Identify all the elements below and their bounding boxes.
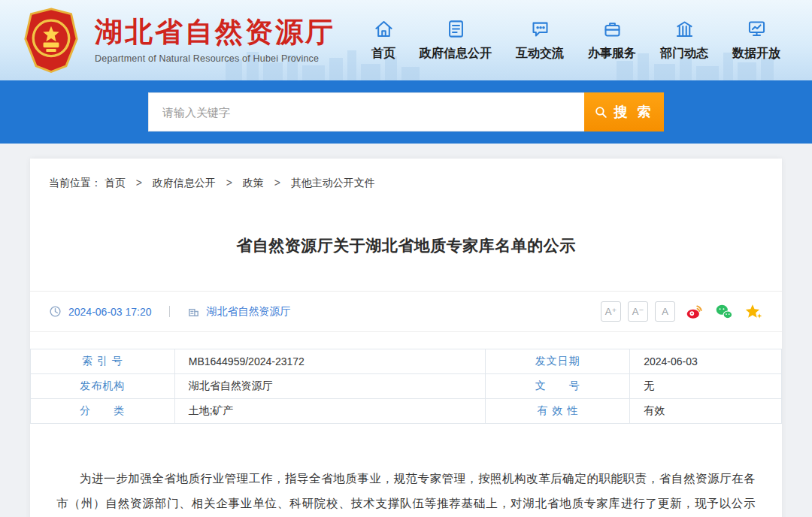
- meta-label-validity: 有 效 性: [486, 399, 630, 424]
- data-monitor-icon: [747, 19, 767, 39]
- clock-icon: [49, 305, 62, 318]
- content-card: 当前位置： 首页 > 政府信息公开 > 政策 > 其他主动公开文件 省自然资源厅…: [30, 159, 782, 517]
- breadcrumb-separator: >: [226, 177, 232, 189]
- search-input[interactable]: [148, 92, 584, 132]
- article-meta-tools: A⁺ A⁻ A: [601, 301, 763, 322]
- breadcrumb-item-home[interactable]: 首页: [105, 177, 126, 189]
- search-band: 搜 索: [0, 80, 812, 144]
- search-button-label: 搜 索: [614, 103, 653, 121]
- meta-value-issue-date: 2024-06-03: [630, 349, 782, 374]
- meta-label-issuer: 发布机构: [31, 374, 175, 399]
- breadcrumb-item-policy[interactable]: 政策: [243, 177, 264, 189]
- brand-text: 湖北省自然资源厅 Department of Natural Resources…: [95, 17, 335, 64]
- meta-value-validity: 有效: [630, 399, 782, 424]
- home-icon: [374, 19, 394, 39]
- meta-divider: [169, 306, 170, 317]
- table-row: 索 引 号 MB1644959/2024-23172 发文日期 2024-06-…: [31, 349, 782, 374]
- nav-item-label: 政府信息公开: [420, 46, 492, 62]
- article-body: 为进一步加强全省地质行业管理工作，指导全省地质事业，规范专家管理，按照机构改革后…: [56, 466, 756, 517]
- meta-value-doc-number: 无: [630, 374, 782, 399]
- favorite-star-icon[interactable]: [744, 302, 763, 322]
- meta-label-doc-number: 文 号: [486, 374, 630, 399]
- font-decrease-button[interactable]: A⁻: [628, 301, 648, 322]
- nav-item-home[interactable]: 首页: [371, 19, 395, 62]
- publish-time: 2024-06-03 17:20: [68, 306, 152, 318]
- breadcrumb-item-gov-info[interactable]: 政府信息公开: [153, 177, 216, 189]
- nav-item-label: 办事服务: [588, 46, 636, 62]
- breadcrumb-item-other-docs[interactable]: 其他主动公开文件: [291, 177, 375, 189]
- main-nav: 首页 政府信息公开 互动交流 办事服务: [371, 19, 789, 62]
- site-subtitle: Department of Natural Resources of Hubei…: [95, 53, 335, 64]
- article-title: 省自然资源厅关于湖北省地质专家库名单的公示: [75, 235, 737, 256]
- meta-label-category: 分 类: [31, 399, 175, 424]
- breadcrumb-separator: >: [274, 177, 280, 189]
- breadcrumb-separator: >: [136, 177, 142, 189]
- meta-value-category: 土地;矿产: [174, 399, 486, 424]
- meta-value-issuer: 湖北省自然资源厅: [174, 374, 486, 399]
- nav-item-label: 部门动态: [660, 46, 708, 62]
- source-icon: [187, 305, 200, 318]
- weibo-share-icon[interactable]: [685, 302, 704, 322]
- site-title: 湖北省自然资源厅: [95, 17, 335, 49]
- document-meta-table: 索 引 号 MB1644959/2024-23172 发文日期 2024-06-…: [30, 349, 782, 424]
- search-icon: [594, 105, 608, 119]
- meta-value-index-no: MB1644959/2024-23172: [174, 349, 486, 374]
- article-meta-row: 2024-06-03 17:20 湖北省自然资源厅 A⁺ A⁻ A: [30, 291, 782, 332]
- table-row: 分 类 土地;矿产 有 效 性 有效: [31, 399, 782, 424]
- brand: 湖北省自然资源厅 Department of Natural Resources…: [23, 8, 335, 74]
- building-icon: [674, 19, 695, 39]
- article-source-link[interactable]: 湖北省自然资源厅: [207, 305, 291, 319]
- meta-label-issue-date: 发文日期: [486, 349, 630, 374]
- breadcrumb-label: 当前位置：: [49, 177, 102, 189]
- nav-item-label: 数据开放: [732, 46, 780, 62]
- wechat-share-icon[interactable]: [714, 302, 734, 322]
- nav-item-interaction[interactable]: 互动交流: [516, 19, 564, 62]
- search-button[interactable]: 搜 索: [584, 92, 664, 132]
- chat-icon: [530, 19, 550, 39]
- nav-item-services[interactable]: 办事服务: [588, 19, 636, 62]
- briefcase-icon: [602, 19, 623, 39]
- font-default-button[interactable]: A: [655, 301, 675, 322]
- meta-label-index-no: 索 引 号: [31, 349, 175, 374]
- nav-item-label: 互动交流: [516, 46, 564, 62]
- nav-item-department-news[interactable]: 部门动态: [660, 19, 708, 62]
- site-header: 湖北省自然资源厅 Department of Natural Resources…: [0, 0, 812, 80]
- font-increase-button[interactable]: A⁺: [601, 301, 621, 322]
- document-icon: [446, 19, 466, 39]
- breadcrumb: 当前位置： 首页 > 政府信息公开 > 政策 > 其他主动公开文件: [30, 159, 782, 202]
- nav-item-open-data[interactable]: 数据开放: [732, 19, 780, 62]
- article-meta-left: 2024-06-03 17:20 湖北省自然资源厅: [49, 305, 291, 319]
- table-row: 发布机构 湖北省自然资源厅 文 号 无: [31, 374, 782, 399]
- nav-item-gov-info[interactable]: 政府信息公开: [420, 19, 492, 62]
- national-emblem-logo: [23, 8, 80, 74]
- nav-item-label: 首页: [371, 46, 395, 62]
- search-box: 搜 索: [148, 92, 664, 132]
